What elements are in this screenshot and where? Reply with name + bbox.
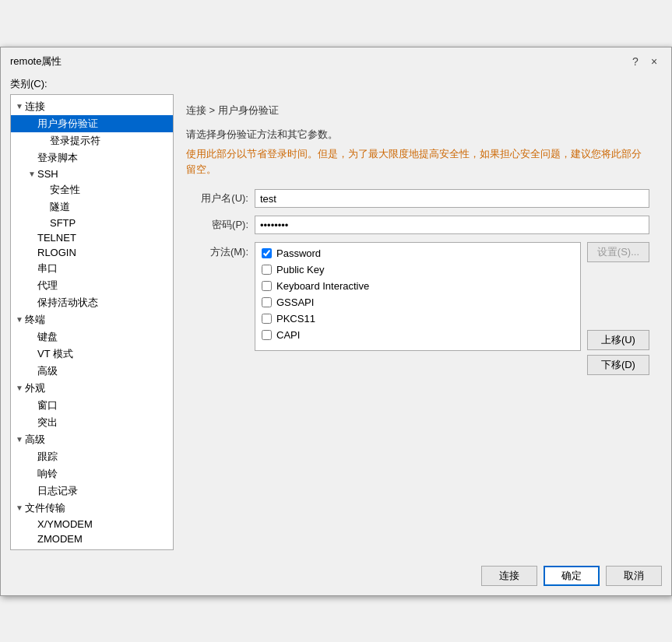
tree-item-label: SSH bbox=[37, 168, 58, 180]
tree-item-xymodem[interactable]: X/YMODEM bbox=[11, 517, 173, 531]
tree-item-telnet[interactable]: TELNET bbox=[11, 230, 173, 245]
moveup-button[interactable]: 上移(U) bbox=[587, 330, 649, 350]
tree-item-label: 文件传输 bbox=[25, 501, 65, 515]
password-input[interactable] bbox=[255, 216, 649, 234]
method-item-capi: CAPI bbox=[262, 329, 574, 341]
tree-item-label: ZMODEM bbox=[37, 533, 83, 545]
tree-item-keyboard[interactable]: 键盘 bbox=[11, 328, 173, 346]
password-label: 密码(P): bbox=[186, 218, 248, 232]
tree-item-serial[interactable]: 串口 bbox=[11, 260, 173, 277]
title-bar: remote属性 ? × bbox=[1, 47, 671, 72]
tree-expander[interactable]: ▼ bbox=[14, 435, 25, 444]
cancel-button[interactable]: 取消 bbox=[606, 566, 662, 586]
tree-item-label: 连接 bbox=[25, 100, 45, 114]
method-label-gssapi: GSSAPI bbox=[276, 296, 314, 308]
dialog-footer: 连接 确定 取消 bbox=[1, 560, 671, 595]
tree-item-label: 登录脚本 bbox=[37, 151, 78, 165]
tree-item-label: 用户身份验证 bbox=[37, 117, 98, 131]
tree-item-label: SFTP bbox=[50, 217, 76, 229]
method-item-password: Password bbox=[262, 247, 574, 259]
method-item-pkcs11: PKCS11 bbox=[262, 313, 574, 325]
tree-item-auth[interactable]: 用户身份验证 bbox=[11, 115, 173, 132]
tree-item-zmodem[interactable]: ZMODEM bbox=[11, 531, 173, 546]
tree-panel: ▼连接用户身份验证登录提示符登录脚本▼SSH安全性隧道SFTPTELNETRLO… bbox=[10, 94, 174, 550]
tree-item-label: 跟踪 bbox=[37, 450, 58, 464]
tree-item-conn[interactable]: ▼连接 bbox=[11, 98, 173, 115]
help-button[interactable]: ? bbox=[628, 54, 643, 69]
tree-item-label: 终端 bbox=[25, 313, 45, 327]
method-label: 方法(M): bbox=[186, 242, 248, 259]
method-checkbox-publickey[interactable] bbox=[262, 265, 272, 275]
title-bar-buttons: ? × bbox=[628, 54, 662, 69]
tree-expander[interactable]: ▼ bbox=[14, 102, 25, 111]
tree-item-sftp[interactable]: SFTP bbox=[11, 216, 173, 230]
tree-expander[interactable]: ▼ bbox=[26, 170, 37, 178]
method-checkbox-capi[interactable] bbox=[262, 330, 272, 340]
tree-item-label: 窗口 bbox=[37, 398, 58, 412]
method-checkbox-keyboard[interactable] bbox=[262, 281, 272, 291]
connect-button[interactable]: 连接 bbox=[481, 566, 537, 586]
tree-expander[interactable]: ▼ bbox=[14, 503, 25, 512]
tree-item-label: 串口 bbox=[37, 261, 58, 275]
tree-item-trace[interactable]: 跟踪 bbox=[11, 448, 173, 465]
tree-item-proxy[interactable]: 代理 bbox=[11, 277, 173, 294]
tree-item-prompt[interactable]: 登录提示符 bbox=[11, 132, 173, 149]
tree-item-label: 高级 bbox=[25, 433, 45, 447]
tree-item-security[interactable]: 安全性 bbox=[11, 181, 173, 198]
tree-item-bell[interactable]: 响铃 bbox=[11, 465, 173, 482]
tree-item-transfer[interactable]: ▼文件传输 bbox=[11, 500, 173, 517]
close-button[interactable]: × bbox=[646, 54, 662, 69]
method-checkbox-gssapi[interactable] bbox=[262, 297, 272, 307]
username-row: 用户名(U): bbox=[186, 189, 649, 208]
ok-button[interactable]: 确定 bbox=[544, 566, 600, 586]
tree-item-vtmode[interactable]: VT 模式 bbox=[11, 346, 173, 363]
tree-item-label: 键盘 bbox=[37, 330, 58, 344]
movedown-button[interactable]: 下移(D) bbox=[587, 355, 649, 375]
tree-item-label: TELNET bbox=[37, 232, 76, 244]
method-label-keyboard: Keyboard Interactive bbox=[276, 280, 369, 292]
tree-item-window[interactable]: 窗口 bbox=[11, 397, 173, 414]
method-item-gssapi: GSSAPI bbox=[262, 296, 574, 308]
method-item-publickey: Public Key bbox=[262, 264, 574, 275]
tree-item-keepalive[interactable]: 保持活动状态 bbox=[11, 294, 173, 311]
tree-item-label: 外观 bbox=[25, 381, 45, 395]
tree-item-label: 保持活动状态 bbox=[37, 296, 98, 310]
tree-expander[interactable]: ▼ bbox=[14, 384, 25, 392]
content-panel: 连接 > 用户身份验证 请选择身份验证方法和其它参数。 使用此部分以节省登录时间… bbox=[174, 94, 662, 550]
tree-item-log[interactable]: 日志记录 bbox=[11, 482, 173, 500]
method-box: PasswordPublic KeyKeyboard InteractiveGS… bbox=[255, 242, 581, 351]
tree-item-ssh[interactable]: ▼SSH bbox=[11, 167, 173, 181]
desc-text-1: 请选择身份验证方法和其它参数。 bbox=[186, 127, 649, 142]
method-item-keyboard: Keyboard Interactive bbox=[262, 280, 574, 292]
settings-button[interactable]: 设置(S)... bbox=[587, 242, 649, 262]
tree-item-label: 代理 bbox=[37, 279, 58, 293]
tree-item-terminal[interactable]: ▼终端 bbox=[11, 311, 173, 328]
tree-item-label: 响铃 bbox=[37, 467, 58, 481]
method-checkbox-pkcs11[interactable] bbox=[262, 314, 272, 324]
tree-item-highlight[interactable]: 突出 bbox=[11, 414, 173, 431]
dialog-body: ▼连接用户身份验证登录提示符登录脚本▼SSH安全性隧道SFTPTELNETRLO… bbox=[1, 94, 671, 560]
tree-item-rlogin[interactable]: RLOGIN bbox=[11, 245, 173, 260]
desc-text-2: 使用此部分以节省登录时间。但是，为了最大限度地提高安全性，如果担心安全问题，建议… bbox=[186, 146, 649, 177]
dialog-title: remote属性 bbox=[10, 54, 62, 68]
tree-item-label: VT 模式 bbox=[37, 347, 73, 361]
method-checkbox-password[interactable] bbox=[262, 248, 272, 258]
password-row: 密码(P): bbox=[186, 216, 649, 234]
method-label-publickey: Public Key bbox=[276, 264, 324, 275]
tree-item-appearance[interactable]: ▼外观 bbox=[11, 380, 173, 397]
tree-item-tunnel[interactable]: 隧道 bbox=[11, 198, 173, 216]
tree-item-advanced2[interactable]: ▼高级 bbox=[11, 431, 173, 448]
breadcrumb: 连接 > 用户身份验证 bbox=[186, 103, 649, 118]
main-dialog: remote属性 ? × 类别(C): ▼连接用户身份验证登录提示符登录脚本▼S… bbox=[0, 47, 672, 596]
username-label: 用户名(U): bbox=[186, 191, 248, 205]
username-input[interactable] bbox=[255, 189, 649, 208]
method-buttons: 设置(S)... 上移(U) 下移(D) bbox=[587, 242, 649, 375]
tree-item-script[interactable]: 登录脚本 bbox=[11, 149, 173, 167]
tree-item-label: 突出 bbox=[37, 416, 58, 430]
method-label-password: Password bbox=[276, 247, 321, 259]
tree-item-label: 登录提示符 bbox=[50, 134, 100, 148]
tree-expander[interactable]: ▼ bbox=[14, 315, 25, 324]
tree-item-label: 隧道 bbox=[50, 200, 70, 214]
category-label: 类别(C): bbox=[1, 72, 671, 94]
tree-item-advanced[interactable]: 高级 bbox=[11, 363, 173, 380]
